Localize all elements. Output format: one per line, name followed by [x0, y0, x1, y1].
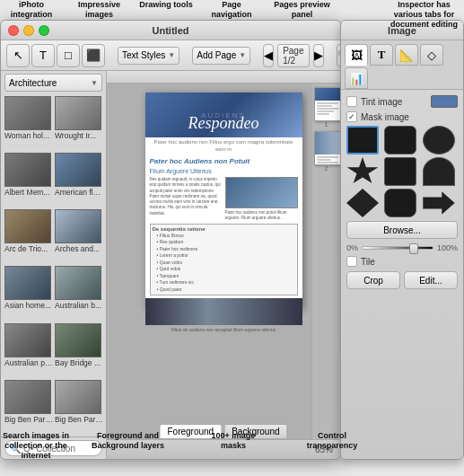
foreground-tab[interactable]: Foreground — [159, 424, 222, 439]
thumb-line — [317, 105, 332, 107]
mask-item-diamond[interactable] — [346, 189, 379, 217]
list-item[interactable]: Australian b... — [55, 266, 103, 321]
list-item[interactable]: Asian home... — [4, 266, 53, 321]
tile-checkbox[interactable] — [346, 256, 357, 267]
thumb-line — [317, 102, 338, 104]
image-label-1: Woman hold... — [4, 131, 53, 140]
horizontal-ruler — [107, 71, 340, 84]
canvas-area: AUDIENS Respondeo Pater hoc audiens non … — [107, 71, 340, 459]
list-item[interactable]: Australian por... — [4, 323, 53, 378]
search-icon: 🔍 — [10, 444, 21, 454]
inspector-title-bar: Image — [341, 21, 463, 40]
opacity-slider[interactable] — [362, 246, 433, 250]
page-thumb-2[interactable] — [314, 131, 340, 165]
list-item[interactable]: Big Ben Parl... — [55, 380, 103, 435]
edit-button[interactable]: Edit... — [404, 271, 458, 289]
browse-button[interactable]: Browse... — [346, 221, 458, 239]
list-item[interactable]: Bay Bridge ... — [55, 323, 103, 378]
page-num-1: 1 — [314, 121, 338, 128]
inspector-body: Tint image Mask image Browse... 0% — [341, 90, 463, 459]
category-dropdown[interactable]: Architecture ▼ — [4, 74, 102, 92]
minimize-button[interactable] — [23, 25, 34, 36]
mask-item-oval[interactable] — [423, 157, 455, 186]
page-thumb-1[interactable] — [314, 87, 340, 121]
mask-item-star[interactable] — [346, 157, 379, 186]
tint-checkbox[interactable] — [346, 96, 357, 107]
add-page-dropdown[interactable]: Add Page ▼ — [192, 47, 250, 65]
zoom-level: 65% — [315, 445, 333, 454]
close-button[interactable] — [8, 25, 19, 36]
maximize-button[interactable] — [39, 25, 49, 36]
image-thumb-9 — [4, 323, 51, 357]
mask-item-rounded-1[interactable] — [384, 126, 416, 154]
tab-image[interactable]: 🖼 — [345, 44, 368, 66]
list-item[interactable]: Woman hold... — [4, 96, 53, 151]
image-thumb-12 — [55, 380, 101, 414]
list-item[interactable]: Arches and... — [55, 209, 103, 264]
next-page-btn[interactable]: ▶ — [313, 44, 324, 67]
page-thumb-header — [315, 88, 340, 101]
mask-item-circle-1[interactable] — [423, 126, 455, 154]
mask-label: Mask image — [361, 112, 458, 122]
layer-tabs: Foreground Background — [159, 424, 287, 439]
page-thumb-lines — [315, 101, 340, 117]
traffic-lights — [8, 25, 49, 36]
tab-text[interactable]: T — [370, 44, 393, 66]
image-grid: Woman hold... Wrought Ir... Albert Mem..… — [1, 94, 106, 436]
page-info: Page 1/2 — [277, 44, 309, 67]
page-footer-image — [145, 298, 302, 325]
bottom-box-title: De sequentia ratione — [153, 226, 295, 232]
title-bar: Untitled — [1, 21, 340, 40]
list-item[interactable]: Arc de Trio... — [4, 209, 53, 264]
crop-button[interactable]: Crop — [346, 271, 400, 289]
page-col-1: Res quidam regnault, in cuius imperio er… — [150, 177, 223, 222]
background-tab[interactable]: Background — [223, 424, 287, 439]
shape-tool-btn[interactable]: □ — [57, 44, 80, 67]
image-thumb-5 — [4, 209, 51, 243]
mask-item-rect-2[interactable] — [384, 157, 416, 186]
category-label: Architecture — [9, 78, 57, 88]
masks-grid — [346, 126, 458, 217]
mask-row: Mask image — [346, 111, 458, 122]
search-box[interactable]: 🔍 Q• Collection — [4, 440, 102, 456]
prev-page-btn[interactable]: ◀ — [263, 44, 274, 67]
text-styles-arrow: ▼ — [168, 51, 175, 59]
list-item[interactable]: American fla... — [55, 153, 103, 207]
category-row: Architecture ▼ — [1, 71, 106, 94]
page-col-2: Pater hoc audiens non potuit filium argu… — [225, 177, 298, 222]
category-arrow: ▼ — [91, 79, 98, 87]
tab-chart[interactable]: 📊 — [345, 67, 368, 89]
image-tool-btn[interactable]: ⬛ — [82, 44, 105, 67]
add-page-label: Add Page — [197, 50, 236, 60]
tab-shape[interactable]: ◇ — [420, 44, 443, 66]
select-tool-btn[interactable]: ↖ — [6, 44, 30, 67]
annotation-pagespreview: Pages preview panel — [268, 0, 336, 20]
page-headline: Pater hoc Audiens non Potuit — [145, 155, 302, 168]
tab-measure[interactable]: 📐 — [395, 44, 418, 66]
image-label-4: American fla... — [55, 188, 103, 197]
image-label-5: Arc de Trio... — [4, 244, 53, 253]
image-label-10: Bay Bridge ... — [55, 358, 103, 367]
text-styles-dropdown[interactable]: Text Styles ▼ — [118, 47, 179, 65]
pages-preview-panel: 1 2 — [311, 84, 340, 459]
mask-item-rect-1[interactable] — [346, 126, 379, 154]
respondeo-text: Respondeo — [145, 114, 302, 133]
list-item[interactable]: Big Ben Parl... — [4, 380, 53, 435]
opacity-row: 0% 100% — [346, 243, 458, 252]
image-thumb-4 — [55, 153, 101, 187]
list-item[interactable]: Albert Mem... — [4, 153, 53, 207]
add-page-arrow: ▼ — [239, 51, 246, 59]
page-canvas[interactable]: AUDIENS Respondeo Pater hoc audiens non … — [145, 93, 302, 308]
image-thumb-6 — [55, 209, 101, 243]
page-thumb-2-lines — [315, 154, 340, 165]
mask-checkbox[interactable] — [346, 111, 357, 122]
mask-item-arrow[interactable] — [423, 189, 455, 217]
image-label-9: Australian por... — [4, 358, 53, 367]
page-body: Res quidam regnault, in cuius imperio er… — [145, 177, 302, 222]
text-tool-btn[interactable]: T — [31, 44, 55, 67]
tint-color-swatch[interactable] — [431, 95, 458, 108]
annotation-impressive: Impressive images — [70, 0, 128, 20]
opacity-slider-thumb[interactable] — [409, 243, 418, 254]
list-item[interactable]: Wrought Ir... — [55, 96, 103, 151]
mask-item-rect-3[interactable] — [384, 189, 416, 217]
